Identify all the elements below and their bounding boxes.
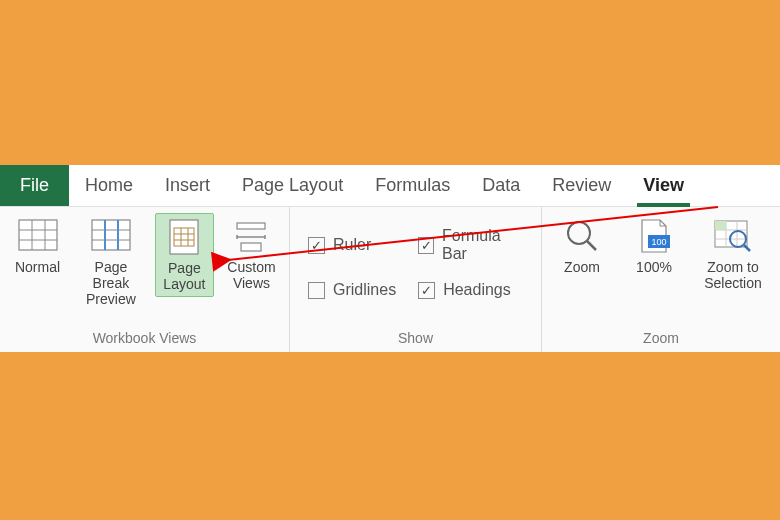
zoom-button[interactable]: Zoom bbox=[550, 213, 614, 279]
svg-point-21 bbox=[568, 222, 590, 244]
checkbox-gridlines-label: Gridlines bbox=[333, 281, 396, 299]
checkbox-formula-bar[interactable]: ✓ Formula Bar bbox=[418, 227, 523, 263]
checkbox-ruler-label: Ruler bbox=[333, 236, 371, 254]
page-layout-view-button[interactable]: Page Layout bbox=[155, 213, 214, 297]
tab-page-layout[interactable]: Page Layout bbox=[226, 165, 359, 206]
checkbox-headings[interactable]: ✓ Headings bbox=[418, 281, 523, 299]
svg-rect-20 bbox=[241, 243, 261, 251]
checkbox-gridlines[interactable]: Gridlines bbox=[308, 281, 396, 299]
checkbox-formula-bar-label: Formula Bar bbox=[442, 227, 523, 263]
custom-views-label: Custom Views bbox=[227, 259, 275, 291]
magnifier-icon bbox=[562, 217, 602, 255]
page-break-preview-icon bbox=[91, 217, 131, 255]
zoom-to-selection-label: Zoom to Selection bbox=[704, 259, 762, 291]
group-zoom: Zoom 100 100% Zoom to Selection Zoom bbox=[542, 207, 780, 352]
check-icon: ✓ bbox=[418, 282, 435, 299]
page-break-preview-button[interactable]: Page Break Preview bbox=[75, 213, 147, 311]
custom-views-icon bbox=[231, 217, 271, 255]
group-show: ✓ Ruler ✓ Formula Bar Gridlines ✓ Headin… bbox=[290, 207, 542, 352]
zoom-to-selection-button[interactable]: Zoom to Selection bbox=[694, 213, 772, 295]
tab-data[interactable]: Data bbox=[466, 165, 536, 206]
check-icon: ✓ bbox=[308, 237, 325, 254]
page-layout-view-icon bbox=[164, 218, 204, 256]
zoom-selection-icon bbox=[713, 217, 753, 255]
svg-rect-5 bbox=[92, 220, 130, 250]
custom-views-button[interactable]: Custom Views bbox=[222, 213, 281, 295]
svg-text:100: 100 bbox=[651, 237, 666, 247]
checkbox-headings-label: Headings bbox=[443, 281, 511, 299]
svg-rect-16 bbox=[237, 223, 265, 229]
checkbox-ruler[interactable]: ✓ Ruler bbox=[308, 227, 396, 263]
tab-view[interactable]: View bbox=[627, 165, 700, 206]
check-icon: ✓ bbox=[418, 237, 434, 254]
check-icon bbox=[308, 282, 325, 299]
tab-review[interactable]: Review bbox=[536, 165, 627, 206]
group-show-label: Show bbox=[298, 326, 533, 352]
normal-view-button[interactable]: Normal bbox=[8, 213, 67, 279]
svg-rect-0 bbox=[19, 220, 57, 250]
tab-file[interactable]: File bbox=[0, 165, 69, 206]
zoom-100-label: 100% bbox=[636, 259, 672, 275]
zoom-label: Zoom bbox=[564, 259, 600, 275]
svg-rect-30 bbox=[715, 221, 726, 230]
tab-insert[interactable]: Insert bbox=[149, 165, 226, 206]
page-break-preview-label: Page Break Preview bbox=[79, 259, 143, 307]
normal-view-icon bbox=[18, 217, 58, 255]
ribbon: File Home Insert Page Layout Formulas Da… bbox=[0, 165, 780, 352]
tab-formulas[interactable]: Formulas bbox=[359, 165, 466, 206]
page-100-icon: 100 bbox=[634, 217, 674, 255]
group-workbook-views-label: Workbook Views bbox=[8, 326, 281, 352]
normal-view-label: Normal bbox=[15, 259, 60, 275]
svg-line-22 bbox=[587, 241, 596, 250]
tab-home[interactable]: Home bbox=[69, 165, 149, 206]
tab-strip: File Home Insert Page Layout Formulas Da… bbox=[0, 165, 780, 207]
group-workbook-views: Normal Page Break Preview Page Layout bbox=[0, 207, 290, 352]
ribbon-body: Normal Page Break Preview Page Layout bbox=[0, 207, 780, 352]
page-layout-view-label: Page Layout bbox=[163, 260, 205, 292]
zoom-100-button[interactable]: 100 100% bbox=[622, 213, 686, 279]
group-zoom-label: Zoom bbox=[550, 326, 772, 352]
